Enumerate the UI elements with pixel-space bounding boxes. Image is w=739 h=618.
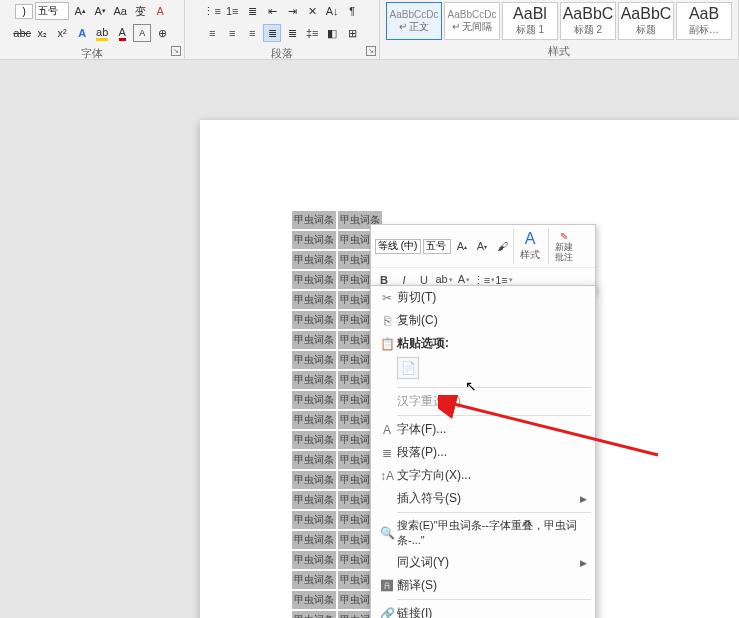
ctx-paragraph[interactable]: ≣ 段落(P)... xyxy=(371,441,595,464)
shading-icon[interactable]: ◧ xyxy=(323,24,341,42)
numbering-icon[interactable]: 1≡ xyxy=(223,2,241,20)
cut-icon: ✂ xyxy=(377,291,397,305)
mini-new-comment-label: 新建 批注 xyxy=(555,242,573,262)
ctx-paste-options-label: 📋 粘贴选项: xyxy=(371,332,595,355)
paste-icon: 📋 xyxy=(377,337,397,351)
paste-options: 📄 xyxy=(371,355,595,385)
enclose-char-icon[interactable]: ⊕ xyxy=(153,24,171,42)
para-dialog-launcher[interactable]: ↘ xyxy=(366,46,376,56)
bullets-icon[interactable]: ⋮≡ xyxy=(203,2,221,20)
show-marks-icon[interactable]: ¶ xyxy=(343,2,361,20)
comment-icon: ✎ xyxy=(560,231,568,242)
ribbon-group-paragraph: ⋮≡ 1≡ ≣ ⇤ ⇥ ✕ A↓ ¶ ≡ ≡ ≡ ≣ ≣ ‡≡ ◧ ⊞ 段落 ↘ xyxy=(185,0,380,59)
ctx-translate[interactable]: 🅰 翻译(S) xyxy=(371,574,595,597)
borders-icon[interactable]: ⊞ xyxy=(343,24,361,42)
shrink-font-icon[interactable]: A▾ xyxy=(91,2,109,20)
document-area: 甲虫词条甲虫词条甲虫词条甲虫词条甲虫词条甲虫词条甲虫词条甲虫词条甲虫词条甲虫词条… xyxy=(0,60,739,618)
align-center-icon[interactable]: ≡ xyxy=(223,24,241,42)
mini-font-input[interactable] xyxy=(375,239,421,254)
ctx-font[interactable]: A 字体(F)... xyxy=(371,418,595,441)
distributed-icon[interactable]: ≣ xyxy=(283,24,301,42)
mini-format-painter-icon[interactable]: 🖌 xyxy=(493,237,511,255)
ctx-separator xyxy=(397,599,591,600)
superscript-icon[interactable]: x² xyxy=(53,24,71,42)
align-right-icon[interactable]: ≡ xyxy=(243,24,261,42)
ctx-copy[interactable]: ⎘ 复制(C) xyxy=(371,309,595,332)
paragraph-icon: ≣ xyxy=(377,446,397,460)
copy-icon: ⎘ xyxy=(377,314,397,328)
highlight-icon[interactable]: ab xyxy=(93,24,111,42)
strike-icon[interactable]: abc xyxy=(13,24,31,42)
line-spacing-icon[interactable]: ‡≡ xyxy=(303,24,321,42)
multilevel-icon[interactable]: ≣ xyxy=(243,2,261,20)
mini-new-comment-button[interactable]: ✎ 新建 批注 xyxy=(548,229,579,264)
ctx-link[interactable]: 🔗 链接(I) xyxy=(371,602,595,618)
ribbon-group-font: ) 五号 A▴ A▾ Aa 变 A abc x₂ x² A ab A A ⊕ 字… xyxy=(0,0,185,59)
sort-icon[interactable]: A↓ xyxy=(323,2,341,20)
paste-option-keep-source[interactable]: 📄 xyxy=(397,357,419,379)
mini-toolbar: A▴ A▾ 🖌 A 样式 ✎ 新建 批注 B I U ab A ⋮≡ 1≡ xyxy=(370,224,596,293)
translate-icon: 🅰 xyxy=(377,579,397,593)
style-item[interactable]: AaB副标… xyxy=(676,2,732,40)
text-effects-icon[interactable]: A xyxy=(73,24,91,42)
link-icon: 🔗 xyxy=(377,607,397,619)
phonetic-guide-icon[interactable]: 变 xyxy=(131,2,149,20)
ctx-separator xyxy=(397,512,591,513)
align-left-icon[interactable]: ≡ xyxy=(203,24,221,42)
ctx-search[interactable]: 🔍 搜索(E)"甲虫词条--字体重叠，甲虫词条-..." xyxy=(371,515,595,551)
style-item[interactable]: AaBbC标题 2 xyxy=(560,2,616,40)
styles-icon: A xyxy=(525,230,536,248)
font-size-dropdown[interactable]: 五号 xyxy=(35,2,69,20)
clear-formatting-icon[interactable]: A xyxy=(151,2,169,20)
style-item[interactable]: AaBl标题 1 xyxy=(502,2,558,40)
font-color-icon[interactable]: A xyxy=(113,24,131,42)
style-item[interactable]: AaBbCcDc↵ 无间隔 xyxy=(444,2,500,40)
ctx-separator xyxy=(397,387,591,388)
ctx-cut[interactable]: ✂ 剪切(T) xyxy=(371,286,595,309)
font-name-dropdown[interactable]: ) xyxy=(15,4,33,19)
ribbon-group-styles: AaBbCcDc↵ 正文AaBbCcDc↵ 无间隔AaBl标题 1AaBbC标题… xyxy=(380,0,739,59)
char-border-icon[interactable]: A xyxy=(133,24,151,42)
mini-styles-button[interactable]: A 样式 xyxy=(513,228,546,264)
ctx-text-direction[interactable]: ↕A 文字方向(X)... xyxy=(371,464,595,487)
ctx-synonym[interactable]: 同义词(Y) ▶ xyxy=(371,551,595,574)
mini-styles-label: 样式 xyxy=(520,248,540,262)
mini-size-input[interactable] xyxy=(423,239,451,254)
search-icon: 🔍 xyxy=(377,526,397,540)
style-gallery[interactable]: AaBbCcDc↵ 正文AaBbCcDc↵ 无间隔AaBl标题 1AaBbC标题… xyxy=(380,0,738,42)
change-case-icon[interactable]: Aa xyxy=(111,2,129,20)
font-icon: A xyxy=(377,423,397,437)
chevron-right-icon: ▶ xyxy=(580,494,587,504)
decrease-indent-icon[interactable]: ⇤ xyxy=(263,2,281,20)
ctx-separator xyxy=(397,415,591,416)
asian-layout-icon[interactable]: ✕ xyxy=(303,2,321,20)
style-item[interactable]: AaBbC标题 xyxy=(618,2,674,40)
chevron-right-icon: ▶ xyxy=(580,558,587,568)
grow-font-icon[interactable]: A▴ xyxy=(71,2,89,20)
font-dialog-launcher[interactable]: ↘ xyxy=(171,46,181,56)
ctx-insert-symbol[interactable]: 插入符号(S) ▶ xyxy=(371,487,595,510)
mini-grow-font-icon[interactable]: A▴ xyxy=(453,237,471,255)
increase-indent-icon[interactable]: ⇥ xyxy=(283,2,301,20)
ctx-han-reselect[interactable]: 汉字重选(V) xyxy=(371,390,595,413)
context-menu: ✂ 剪切(T) ⎘ 复制(C) 📋 粘贴选项: 📄 汉字重选(V) A 字体(F… xyxy=(370,285,596,618)
subscript-icon[interactable]: x₂ xyxy=(33,24,51,42)
ribbon: ) 五号 A▴ A▾ Aa 变 A abc x₂ x² A ab A A ⊕ 字… xyxy=(0,0,739,60)
text-direction-icon: ↕A xyxy=(377,469,397,483)
ribbon-group-styles-label: 样式 xyxy=(548,42,570,61)
align-justify-icon[interactable]: ≣ xyxy=(263,24,281,42)
mini-shrink-font-icon[interactable]: A▾ xyxy=(473,237,491,255)
style-item[interactable]: AaBbCcDc↵ 正文 xyxy=(386,2,442,40)
